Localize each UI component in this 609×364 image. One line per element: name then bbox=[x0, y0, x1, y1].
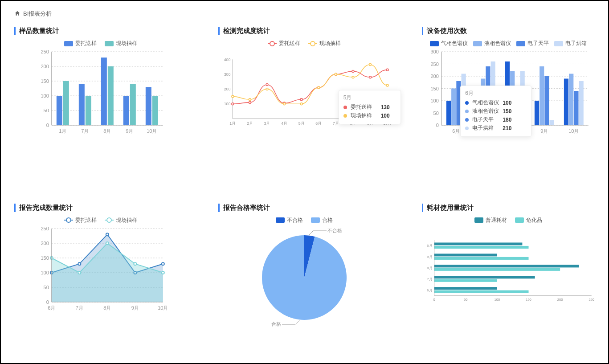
home-icon bbox=[14, 10, 20, 18]
svg-point-41 bbox=[352, 70, 354, 73]
svg-rect-90 bbox=[574, 91, 579, 125]
svg-text:5月: 5月 bbox=[427, 244, 433, 248]
svg-rect-142 bbox=[434, 268, 560, 270]
legend-item-wtss[interactable]: .legend-line[style*="3E84C6"]::before{bo… bbox=[64, 217, 97, 224]
svg-text:250: 250 bbox=[589, 298, 595, 302]
card-title: 耗材使用量统计 bbox=[422, 204, 595, 212]
legend-item[interactable]: 液相色谱仪 bbox=[473, 40, 511, 47]
svg-text:250: 250 bbox=[41, 49, 49, 54]
legend-item-xccy[interactable]: 现场抽样 bbox=[105, 40, 137, 47]
svg-rect-85 bbox=[540, 66, 544, 125]
line-chart[interactable]: 100200300400 1月2月3月4月5月6月7月8月9月10月 5月 委托… bbox=[218, 47, 391, 154]
legend-item-xccy[interactable]: .legend-line[style*="FAC858"]::before{bo… bbox=[308, 40, 341, 47]
svg-point-49 bbox=[317, 86, 319, 89]
card-device-usage: 设备使用次数 气相色谱仪 液相色谱仪 电子天平 电子烘箱 6月7月8月9月10月… bbox=[422, 27, 595, 177]
svg-point-51 bbox=[352, 76, 354, 78]
tooltip-month: 5月 bbox=[343, 94, 396, 102]
svg-text:合格: 合格 bbox=[271, 321, 281, 327]
card-title: 样品数量统计 bbox=[14, 27, 187, 35]
breadcrumb-label: BI报表分析 bbox=[23, 10, 52, 18]
svg-text:8月: 8月 bbox=[103, 305, 111, 311]
pie-chart[interactable]: 不合格合格 bbox=[218, 224, 391, 331]
svg-rect-143 bbox=[434, 276, 535, 278]
svg-rect-88 bbox=[564, 79, 568, 126]
svg-text:6月: 6月 bbox=[48, 305, 55, 311]
svg-text:2月: 2月 bbox=[247, 121, 253, 126]
svg-rect-140 bbox=[434, 257, 529, 259]
svg-rect-9 bbox=[86, 96, 91, 125]
bar-chart[interactable]: 6月7月8月9月10月 050100150200250300 6月 气相色谱仪1… bbox=[422, 47, 595, 154]
svg-point-116 bbox=[162, 262, 164, 265]
svg-text:100: 100 bbox=[431, 98, 439, 103]
svg-rect-11 bbox=[108, 66, 114, 125]
svg-text:7月: 7月 bbox=[81, 128, 89, 134]
svg-rect-87 bbox=[550, 120, 554, 125]
svg-rect-73 bbox=[451, 89, 456, 126]
card-title: 设备使用次数 bbox=[422, 27, 595, 35]
svg-rect-72 bbox=[446, 101, 451, 125]
svg-text:0: 0 bbox=[46, 299, 49, 305]
legend: 不合格 合格 bbox=[218, 217, 391, 224]
svg-point-48 bbox=[300, 103, 302, 105]
legend: 委托送样 现场抽样 bbox=[14, 40, 187, 47]
svg-point-50 bbox=[335, 73, 337, 75]
svg-point-45 bbox=[249, 98, 251, 101]
tooltip-dot bbox=[343, 114, 347, 118]
hbar-chart[interactable]: 050100150200250 5月9月8月7月6月 bbox=[422, 224, 595, 331]
svg-text:6月: 6月 bbox=[427, 288, 433, 292]
legend-item[interactable]: 气相色谱仪 bbox=[430, 40, 468, 47]
card-title: 报告合格率统计 bbox=[218, 204, 391, 212]
svg-rect-138 bbox=[434, 245, 529, 248]
svg-text:150: 150 bbox=[41, 78, 49, 84]
legend-item-whp[interactable]: 危化品 bbox=[515, 217, 542, 224]
svg-text:100: 100 bbox=[224, 102, 230, 106]
legend-item-wtss[interactable]: 委托送样 bbox=[64, 40, 97, 47]
svg-text:300: 300 bbox=[224, 72, 230, 77]
breadcrumb[interactable]: BI报表分析 bbox=[14, 10, 595, 18]
svg-text:1月: 1月 bbox=[229, 121, 236, 126]
svg-text:100: 100 bbox=[495, 298, 500, 302]
tooltip-dot bbox=[343, 106, 347, 109]
legend-item[interactable]: 电子烘箱 bbox=[554, 40, 587, 47]
svg-point-36 bbox=[266, 84, 268, 86]
svg-text:50: 50 bbox=[44, 108, 49, 113]
svg-point-34 bbox=[232, 103, 234, 105]
svg-rect-137 bbox=[434, 242, 523, 245]
svg-text:200: 200 bbox=[557, 298, 563, 302]
legend-item[interactable]: 电子天平 bbox=[516, 40, 549, 47]
legend-item-hg[interactable]: 合格 bbox=[311, 217, 333, 224]
card-pass-rate: 报告合格率统计 不合格 合格 不合格合格 bbox=[218, 204, 391, 354]
legend-swatch: .legend-line[style*="7DD3D8"]::before{bo… bbox=[105, 220, 114, 221]
legend-item-bhg[interactable]: 不合格 bbox=[276, 217, 303, 224]
svg-rect-89 bbox=[569, 74, 573, 126]
bar-chart[interactable]: 1月7月8月9月10月 050100150200250 bbox=[14, 47, 187, 154]
svg-rect-91 bbox=[579, 81, 584, 125]
svg-rect-15 bbox=[152, 96, 158, 125]
card-title: 检测完成度统计 bbox=[218, 27, 391, 35]
svg-text:50: 50 bbox=[433, 110, 439, 116]
svg-text:400: 400 bbox=[224, 57, 230, 62]
svg-text:不合格: 不合格 bbox=[327, 229, 342, 233]
legend-item-pthc[interactable]: 普通耗材 bbox=[474, 217, 507, 224]
legend-item-wtss[interactable]: .legend-line[style*="EF6666"]::before{bo… bbox=[268, 40, 300, 47]
legend: .legend-line[style*="3E84C6"]::before{bo… bbox=[14, 217, 187, 224]
svg-text:1月: 1月 bbox=[59, 128, 66, 134]
svg-rect-10 bbox=[101, 57, 107, 125]
svg-rect-13 bbox=[130, 84, 136, 125]
svg-text:150: 150 bbox=[431, 86, 439, 91]
svg-rect-86 bbox=[545, 76, 549, 125]
svg-text:9月: 9月 bbox=[126, 128, 133, 134]
svg-text:10月: 10月 bbox=[158, 305, 168, 311]
svg-text:10月: 10月 bbox=[147, 128, 157, 134]
legend-swatch bbox=[64, 41, 73, 46]
svg-text:100: 100 bbox=[41, 270, 49, 275]
legend-swatch: .legend-line[style*="EF6666"]::before{bo… bbox=[268, 43, 277, 44]
svg-point-118 bbox=[78, 271, 81, 274]
legend-swatch: .legend-line[style*="FAC858"]::before{bo… bbox=[308, 43, 317, 44]
svg-text:0: 0 bbox=[433, 298, 435, 302]
legend-item-xccy[interactable]: .legend-line[style*="7DD3D8"]::before{bo… bbox=[105, 217, 137, 224]
svg-text:50: 50 bbox=[44, 285, 49, 290]
area-chart[interactable]: 6月7月8月9月10月 050100150200250 bbox=[14, 224, 187, 331]
card-title: 报告完成数量统计 bbox=[14, 204, 187, 212]
svg-text:6月: 6月 bbox=[453, 128, 460, 134]
